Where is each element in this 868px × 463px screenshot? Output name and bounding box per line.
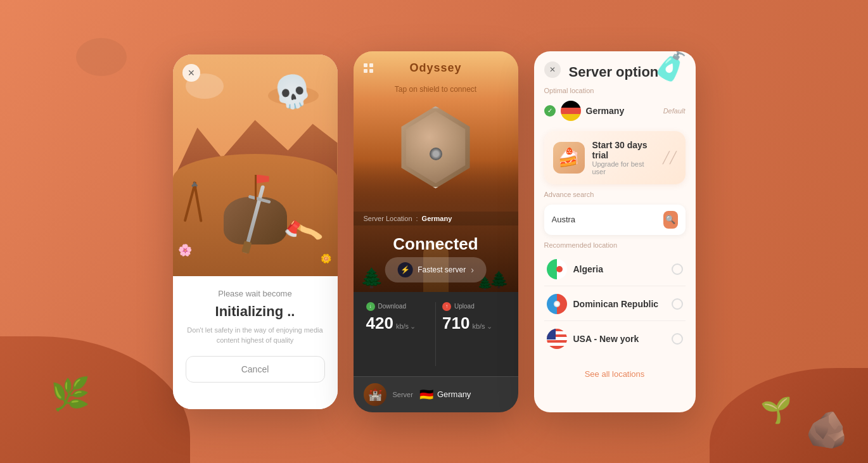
usa-name: USA - New york <box>573 334 665 344</box>
initializing-description: Don't let safety in the way of enjoying … <box>186 325 325 346</box>
shield-container[interactable] <box>354 94 518 201</box>
upload-indicator: ↑ <box>442 302 451 311</box>
download-chevron: ⌄ <box>410 322 416 331</box>
tap-text: Tap on shield to connect <box>354 85 518 94</box>
arrows <box>189 181 199 222</box>
optimal-country: Germany <box>586 106 658 116</box>
initializing-title: Initializing .. <box>215 303 295 320</box>
optimal-section-label: Optimal location <box>544 87 686 94</box>
bottle-decoration: 🧴 <box>648 51 695 88</box>
up-arrow-icon: ↑ <box>445 303 448 309</box>
server-flag-name: 🇩🇪 Germany <box>419 388 471 402</box>
search-button[interactable]: 🔍 <box>663 211 678 229</box>
app-grid-icon <box>364 63 373 73</box>
card-bottom-area: Please wait become Initializing .. Don't… <box>173 276 338 409</box>
usa-flag <box>547 329 567 349</box>
down-arrow-icon: ↓ <box>369 303 372 309</box>
server-location-bar: Server Location : Germany <box>354 212 518 225</box>
cards-container: ✕ 💀 <box>160 39 708 425</box>
download-stat: ↓ Download 420 kb/s ⌄ <box>366 302 430 366</box>
location-row-dr[interactable]: Dominican Republic <box>544 288 686 321</box>
stats-divider <box>435 302 436 366</box>
recommended-label: Recommended location <box>544 241 686 249</box>
search-box: 🔍 <box>544 205 686 235</box>
skull-icon: 💀 <box>270 70 315 113</box>
download-indicator: ↓ <box>366 302 375 311</box>
flag <box>255 175 257 200</box>
see-all-link[interactable]: See all locations <box>585 369 645 379</box>
server-thumbnail: 🏰 <box>364 383 386 406</box>
check-icon: ✓ <box>544 105 556 117</box>
upload-label: Upload <box>454 303 475 310</box>
close-button-1[interactable]: ✕ <box>182 64 200 82</box>
see-all-section: See all locations <box>544 362 686 386</box>
trial-icon: 🍰 <box>553 142 585 174</box>
card-connected: 🌲 🌲 🌲 Odyssey Tap on shield to connect <box>354 51 518 412</box>
location-row-usa[interactable]: USA - New york <box>544 322 686 355</box>
card-server-option: ✕ 🧴 Server option Optimal location ✓ Ger… <box>534 51 696 412</box>
upload-unit: kb/s <box>472 322 485 330</box>
optimal-section: Optimal location ✓ Germany Default <box>544 87 686 125</box>
fastest-server-button[interactable]: ⚡ Fastest server › <box>385 257 487 282</box>
usa-radio[interactable] <box>672 333 683 345</box>
search-section-label: Advance search <box>544 191 686 198</box>
download-value: 420 <box>366 314 393 333</box>
download-value-row: 420 kb/s ⌄ <box>366 314 430 333</box>
bg-shadow-1 <box>76 38 127 76</box>
cancel-button[interactable]: Cancel <box>186 356 325 383</box>
server-location-label: Server Location <box>364 215 412 222</box>
connected-header: Odyssey <box>354 51 518 85</box>
location-row-algeria[interactable]: Algeria <box>544 253 686 286</box>
dr-flag <box>547 294 567 314</box>
upload-value-row: 710 kb/s ⌄ <box>442 314 506 333</box>
grid-dot-1 <box>364 63 367 67</box>
trial-title: Start 30 days trial <box>592 140 655 160</box>
germany-flag: 🇩🇪 <box>419 388 433 402</box>
trial-content: Start 30 days trial Upgrade for best use… <box>592 140 655 175</box>
dr-radio[interactable] <box>672 298 683 310</box>
app-title: Odyssey <box>409 61 461 75</box>
bg-hill-right <box>710 368 868 463</box>
bg-plant-right: 🌱 <box>760 395 792 425</box>
illustration-area: 💀 🪓 <box>173 54 338 276</box>
server-location-value: Germany <box>422 215 452 222</box>
upload-header: ↑ Upload <box>442 302 506 311</box>
server-location-separator: : <box>416 215 418 222</box>
trial-banner[interactable]: 🍰 Start 30 days trial Upgrade for best u… <box>544 131 686 184</box>
shield-hexagon <box>398 106 474 189</box>
desert-scene: 💀 🪓 <box>173 54 338 276</box>
server-card-body: Optimal location ✓ Germany Default 🍰 Sta… <box>534 87 696 412</box>
lightning-icon: ⚡ <box>397 262 412 277</box>
server-card-header: ✕ 🧴 Server option <box>534 51 696 87</box>
dr-name: Dominican Republic <box>573 299 665 309</box>
recommended-section: Recommended location Algeria Dominic <box>544 241 686 355</box>
algeria-flag <box>547 259 567 279</box>
fastest-server-label: Fastest server <box>418 265 466 274</box>
shield-eye <box>430 148 442 160</box>
connected-status: Connected <box>354 234 518 254</box>
search-input[interactable] <box>552 215 658 224</box>
upload-chevron: ⌄ <box>487 322 492 331</box>
download-label: Download <box>378 303 406 310</box>
download-header: ↓ Download <box>366 302 430 311</box>
connected-label: Connected <box>354 234 518 254</box>
trial-subtitle: Upgrade for best user <box>592 160 655 175</box>
server-country: Germany <box>437 390 471 399</box>
upload-value: 710 <box>442 314 469 333</box>
download-unit: kb/s <box>396 322 409 330</box>
search-section: Advance search 🔍 <box>544 191 686 235</box>
download-unit-row: kb/s ⌄ <box>396 322 416 331</box>
shield-inner <box>403 111 469 184</box>
algeria-radio[interactable] <box>672 263 683 275</box>
connected-bottom: ↓ Download 420 kb/s ⌄ <box>354 292 518 412</box>
germany-flag-circle <box>561 101 581 121</box>
optimal-location-row[interactable]: ✓ Germany Default <box>544 97 686 125</box>
flower-1: 🌸 <box>178 243 192 257</box>
close-button-3[interactable]: ✕ <box>544 61 561 78</box>
upload-unit-row: kb/s ⌄ <box>472 322 492 331</box>
grid-dot-3 <box>364 69 367 73</box>
server-footer: 🏰 Server 🇩🇪 Germany <box>354 376 518 412</box>
bg-plant-left: 🌿 <box>51 376 90 412</box>
grid-dot-2 <box>369 63 373 67</box>
algeria-name: Algeria <box>573 264 665 274</box>
